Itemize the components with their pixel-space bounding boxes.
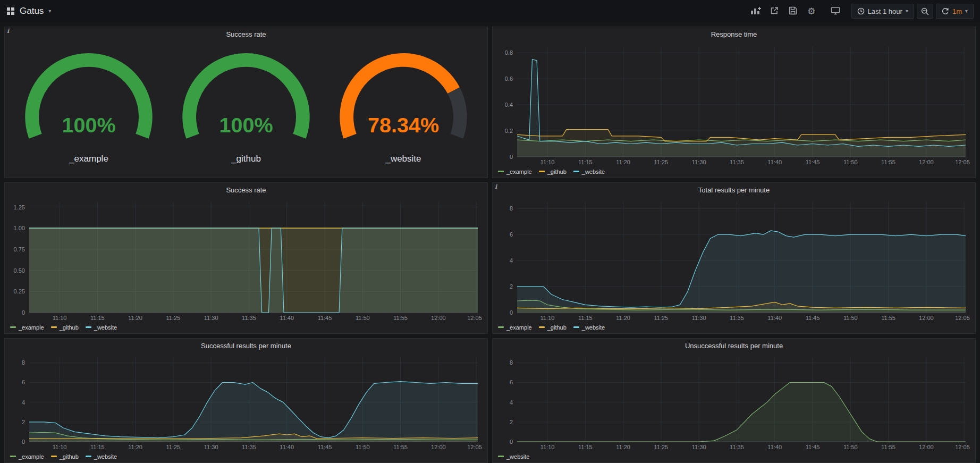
panel-info-icon[interactable]: i bbox=[495, 183, 501, 191]
dashboard-caret-icon[interactable]: ▾ bbox=[48, 9, 51, 14]
x-axis-tick-label: 11:50 bbox=[356, 315, 370, 321]
x-axis-tick-label: 12:05 bbox=[955, 315, 970, 321]
time-series-plot[interactable]: 00.250.500.751.001.2511:1011:1511:2011:2… bbox=[7, 197, 485, 323]
legend-series-dash bbox=[539, 326, 545, 328]
time-series-plot[interactable]: 0246811:1011:1511:2011:2511:3011:3511:40… bbox=[7, 352, 485, 452]
refresh-picker[interactable]: 1m ▾ bbox=[936, 4, 974, 19]
x-axis-tick-label: 11:10 bbox=[53, 444, 67, 450]
time-series-plot[interactable]: 0246811:1011:1511:2011:2511:3011:3511:40… bbox=[495, 352, 973, 452]
legend-item-_github[interactable]: _github bbox=[539, 324, 567, 331]
legend-series-dash bbox=[51, 456, 57, 457]
x-axis-tick-label: 11:35 bbox=[730, 444, 744, 450]
zoom-out-icon bbox=[921, 7, 929, 15]
y-axis-tick-label: 1.00 bbox=[14, 225, 25, 231]
x-axis-tick-label: 11:30 bbox=[692, 315, 706, 321]
x-axis-tick-label: 11:35 bbox=[242, 315, 256, 321]
zoom-out-button[interactable] bbox=[917, 4, 933, 19]
panel-info-icon[interactable]: i bbox=[7, 28, 13, 35]
time-series-plot[interactable]: 00.20.40.60.811:1011:1511:2011:2511:3011… bbox=[495, 41, 973, 167]
legend-item-_website[interactable]: _website bbox=[86, 324, 117, 331]
legend-series-dash bbox=[573, 171, 579, 172]
legend-series-label: _website bbox=[582, 324, 605, 331]
settings-button[interactable]: ⚙ bbox=[804, 4, 820, 19]
x-axis-tick-label: 12:05 bbox=[467, 315, 482, 321]
save-button[interactable] bbox=[785, 4, 801, 19]
cycle-view-button[interactable] bbox=[827, 4, 843, 19]
gauge-value: 100% bbox=[219, 113, 273, 137]
x-axis-tick-label: 11:45 bbox=[806, 444, 820, 450]
x-axis-tick-label: 11:25 bbox=[654, 159, 669, 165]
x-axis-tick-label: 11:10 bbox=[540, 444, 555, 450]
x-axis-tick-label: 11:15 bbox=[578, 315, 593, 321]
refresh-interval-label: 1m bbox=[952, 7, 962, 15]
legend-series-label: _example bbox=[19, 324, 44, 331]
legend-series-dash bbox=[10, 456, 16, 457]
legend-series-label: _example bbox=[506, 169, 532, 175]
y-axis-tick-label: 4 bbox=[22, 399, 25, 406]
panel-title[interactable]: Unsuccessful results per minute bbox=[685, 342, 783, 350]
series-area-_website bbox=[29, 382, 478, 442]
gauge: 100% bbox=[172, 53, 320, 153]
panel-title[interactable]: Success rate bbox=[226, 186, 266, 194]
chart-unsuccessful-results[interactable]: 0246811:1011:1511:2011:2511:3011:3511:40… bbox=[495, 352, 973, 452]
panel-title[interactable]: Response time bbox=[711, 30, 757, 38]
legend-item-_example[interactable]: _example bbox=[498, 169, 532, 175]
x-axis-tick-label: 11:30 bbox=[204, 444, 218, 450]
legend-series-label: _example bbox=[506, 324, 532, 331]
x-axis-tick-label: 11:20 bbox=[616, 315, 630, 321]
legend-item-_example[interactable]: _example bbox=[498, 324, 532, 331]
panel-title[interactable]: Total results per minute bbox=[698, 186, 770, 194]
x-axis-tick-label: 11:55 bbox=[393, 444, 408, 450]
x-axis-tick-label: 12:05 bbox=[955, 159, 970, 165]
legend-item-_website[interactable]: _website bbox=[498, 453, 529, 460]
panel-header: Unsuccessful results per minute bbox=[493, 339, 975, 352]
x-axis-tick-label: 11:15 bbox=[578, 444, 593, 450]
navbar-left: Gatus ▾ bbox=[6, 6, 51, 16]
add-panel-button[interactable] bbox=[748, 4, 764, 19]
x-axis-tick-label: 11:10 bbox=[540, 159, 555, 165]
legend-item-_github[interactable]: _github bbox=[51, 453, 79, 460]
x-axis-tick-label: 11:20 bbox=[616, 159, 630, 165]
legend-item-_website[interactable]: _website bbox=[573, 169, 605, 175]
gauge-_example: 100%_example bbox=[10, 53, 167, 164]
x-axis-tick-label: 11:35 bbox=[730, 159, 744, 165]
x-axis-tick-label: 11:40 bbox=[280, 444, 294, 450]
legend-series-dash bbox=[498, 326, 504, 328]
panel-success-rate-gauges: iSuccess rate100%_example100%_github78.3… bbox=[4, 27, 488, 178]
x-axis-tick-label: 12:05 bbox=[955, 444, 970, 450]
x-axis-tick-label: 11:30 bbox=[692, 159, 706, 165]
time-range-caret-icon: ▾ bbox=[906, 9, 908, 14]
legend-item-_example[interactable]: _example bbox=[10, 453, 44, 460]
chart-successful-results[interactable]: 0246811:1011:1511:2011:2511:3011:3511:40… bbox=[7, 352, 485, 452]
share-button[interactable] bbox=[766, 4, 782, 19]
legend-item-_website[interactable]: _website bbox=[573, 324, 605, 331]
panel-title[interactable]: Success rate bbox=[226, 30, 266, 38]
panel-title[interactable]: Successful results per minute bbox=[201, 342, 291, 350]
legend-item-_github[interactable]: _github bbox=[539, 169, 567, 175]
refresh-caret-icon: ▾ bbox=[965, 9, 968, 14]
x-axis-tick-label: 12:00 bbox=[919, 444, 934, 450]
dashboard-title[interactable]: Gatus bbox=[20, 6, 44, 16]
chart-success-rate-graph[interactable]: 00.250.500.751.001.2511:1011:1511:2011:2… bbox=[7, 197, 485, 323]
chart-response-time[interactable]: 00.20.40.60.811:1011:1511:2011:2511:3011… bbox=[495, 41, 973, 167]
x-axis-tick-label: 11:25 bbox=[166, 315, 181, 321]
save-icon bbox=[789, 6, 797, 16]
time-range-picker[interactable]: Last 1 hour ▾ bbox=[851, 4, 914, 19]
panel-success-rate-graph: Success rate00.250.500.751.001.2511:1011… bbox=[4, 182, 488, 334]
legend: _example_github_website bbox=[493, 167, 975, 178]
legend-item-_website[interactable]: _website bbox=[86, 453, 117, 460]
y-axis-tick-label: 6 bbox=[510, 231, 513, 238]
apps-grid-icon[interactable] bbox=[6, 7, 15, 15]
y-axis-tick-label: 8 bbox=[22, 359, 25, 366]
y-axis-tick-label: 0 bbox=[22, 309, 25, 316]
time-series-plot[interactable]: 0246811:1011:1511:2011:2511:3011:3511:40… bbox=[495, 197, 973, 323]
clock-icon bbox=[857, 7, 865, 15]
panel-header: Success rate bbox=[5, 27, 487, 41]
add-panel-icon bbox=[750, 6, 761, 16]
legend-series-dash bbox=[86, 456, 91, 457]
x-axis-tick-label: 11:35 bbox=[242, 444, 256, 450]
legend-item-_example[interactable]: _example bbox=[10, 324, 44, 331]
legend-item-_github[interactable]: _github bbox=[51, 324, 79, 331]
chart-total-results[interactable]: 0246811:1011:1511:2011:2511:3011:3511:40… bbox=[495, 197, 973, 323]
y-axis-tick-label: 2 bbox=[22, 419, 25, 425]
